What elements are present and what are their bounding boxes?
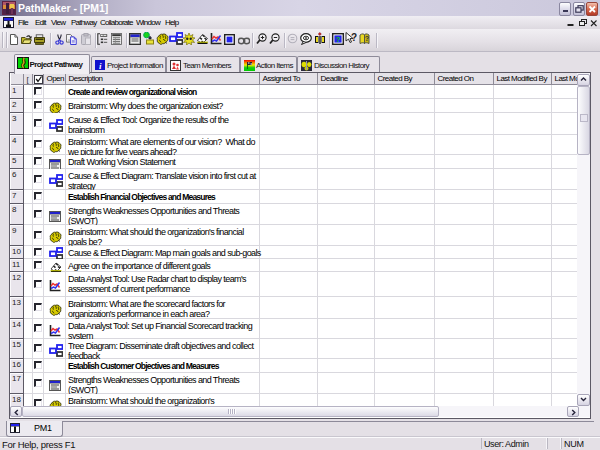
svg-text:?: ? bbox=[365, 35, 369, 42]
svg-text:?: ? bbox=[336, 35, 341, 44]
svg-text:?: ? bbox=[351, 32, 357, 43]
